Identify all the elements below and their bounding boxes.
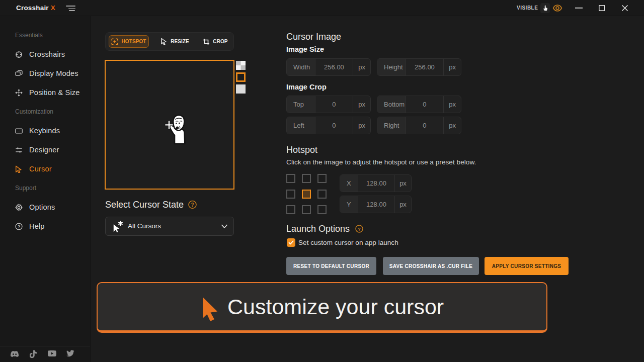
svg-text:?: ? <box>358 226 361 232</box>
svg-text:?: ? <box>18 224 20 229</box>
svg-text:?: ? <box>191 202 194 208</box>
